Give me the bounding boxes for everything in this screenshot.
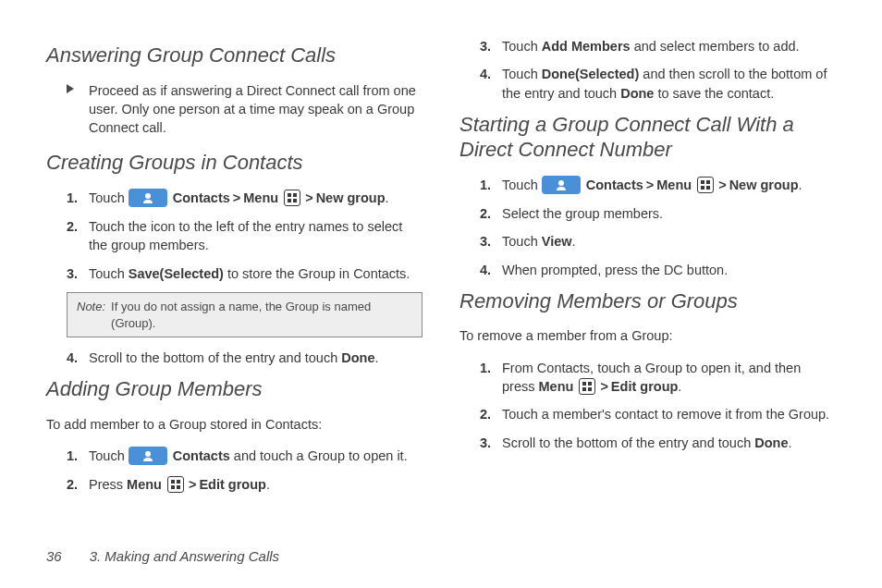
- right-column: Touch Add Members and select members to …: [459, 37, 836, 504]
- contacts-label: Contacts: [169, 190, 230, 205]
- text: .: [386, 190, 389, 205]
- step: Touch View.: [459, 232, 836, 251]
- removing-intro: To remove a member from a Group:: [459, 326, 836, 345]
- newgroup-label: New group: [729, 178, 799, 192]
- creating-groups-steps-cont: Scroll to the bottom of the entry and to…: [46, 349, 423, 367]
- text: .: [789, 435, 792, 450]
- gt: >: [600, 379, 607, 394]
- text: to save the contact.: [654, 86, 774, 101]
- edit-group-label: Edit group: [199, 477, 266, 492]
- step: Touch Add Members and select members to …: [459, 37, 836, 55]
- done-label: Done: [341, 350, 374, 365]
- menu-label: Menu: [243, 190, 278, 205]
- text: Press: [89, 477, 127, 492]
- step: Touch Contacts>Menu >New group.: [459, 176, 836, 195]
- step: Touch Done(Selected) and then scroll to …: [459, 65, 836, 103]
- text: .: [678, 379, 681, 394]
- text: Touch: [89, 448, 129, 463]
- note-box: Note: If you do not assign a name, the G…: [67, 292, 423, 337]
- step: Press Menu >Edit group.: [46, 475, 423, 494]
- step: Touch Contacts>Menu >New group.: [46, 189, 423, 208]
- gt: >: [233, 190, 240, 205]
- step: Scroll to the bottom of the entry and to…: [46, 349, 423, 367]
- heading-adding-members: Adding Group Members: [46, 376, 423, 402]
- text: Touch: [502, 178, 542, 192]
- note-text: If you do not assign a name, the Group i…: [111, 299, 412, 331]
- edit-group-label: Edit group: [611, 379, 679, 394]
- text: Touch: [502, 67, 542, 81]
- gt: >: [189, 477, 196, 492]
- heading-answering: Answering Group Connect Calls: [46, 43, 423, 68]
- step: Touch the icon to the left of the entry …: [46, 217, 423, 255]
- text: to store the Group in Contacts.: [224, 266, 410, 281]
- menu-label: Menu: [539, 379, 574, 394]
- step: Touch Save(Selected) to store the Group …: [46, 264, 423, 283]
- text: Touch: [89, 266, 129, 281]
- chapter-title: 3. Making and Answering Calls: [90, 548, 279, 564]
- text: .: [266, 477, 270, 492]
- done-label: Done: [620, 86, 654, 101]
- left-column: Answering Group Connect Calls Proceed as…: [46, 37, 423, 504]
- text: and select members to add.: [631, 39, 800, 54]
- text: Touch: [502, 234, 542, 249]
- svg-point-0: [145, 193, 151, 199]
- adding-steps-cont: Touch Add Members and select members to …: [459, 37, 836, 103]
- menu-icon: [697, 177, 714, 193]
- save-selected-label: Save(Selected): [129, 266, 224, 281]
- page-number: 36: [46, 548, 62, 564]
- gt: >: [718, 178, 726, 192]
- heading-starting-group-connect: Starting a Group Connect Call With a Dir…: [459, 112, 836, 163]
- note-label: Note:: [77, 299, 105, 331]
- menu-icon: [579, 378, 595, 395]
- adding-intro: To add member to a Group stored in Conta…: [46, 415, 423, 434]
- step: Scroll to the bottom of the entry and to…: [459, 434, 836, 452]
- contacts-icon: [129, 189, 167, 207]
- answering-text: Proceed as if answering a Direct Connect…: [89, 83, 416, 136]
- removing-steps: From Contacts, touch a Group to open it,…: [459, 359, 836, 452]
- starting-steps: Touch Contacts>Menu >New group. Select t…: [459, 176, 836, 279]
- step: Select the group members.: [459, 204, 836, 223]
- contacts-label: Contacts: [582, 178, 643, 192]
- text: Touch: [502, 39, 542, 54]
- view-label: View: [542, 234, 572, 249]
- heading-creating-groups: Creating Groups in Contacts: [46, 150, 423, 176]
- menu-icon: [167, 476, 184, 493]
- adding-steps: Touch Contacts and touch a Group to open…: [46, 447, 423, 494]
- step: Touch Contacts and touch a Group to open…: [46, 447, 423, 466]
- gt: >: [646, 178, 654, 192]
- text: .: [375, 350, 379, 365]
- contacts-label: Contacts: [169, 448, 230, 463]
- done-label: Done: [754, 435, 788, 450]
- text: Scroll to the bottom of the entry and to…: [89, 350, 341, 365]
- answering-list: Proceed as if answering a Direct Connect…: [46, 81, 423, 138]
- page-footer: 36 3. Making and Answering Calls: [46, 548, 279, 564]
- creating-groups-steps: Touch Contacts>Menu >New group. Touch th…: [46, 189, 423, 283]
- svg-point-1: [145, 451, 151, 457]
- menu-label: Menu: [656, 178, 692, 192]
- text: Scroll to the bottom of the entry and to…: [502, 435, 754, 450]
- step: Touch a member's contact to remove it fr…: [459, 405, 836, 423]
- heading-removing: Removing Members or Groups: [459, 288, 836, 314]
- bullet-marker-icon: [67, 84, 74, 93]
- text: .: [572, 234, 576, 249]
- contacts-icon: [542, 176, 581, 194]
- step: From Contacts, touch a Group to open it,…: [459, 359, 836, 397]
- step: When prompted, press the DC button.: [459, 261, 836, 279]
- answering-bullet: Proceed as if answering a Direct Connect…: [46, 81, 423, 138]
- add-members-label: Add Members: [542, 39, 631, 54]
- svg-point-2: [558, 180, 564, 186]
- done-selected-label: Done(Selected): [542, 67, 640, 81]
- contacts-icon: [129, 447, 167, 465]
- gt: >: [305, 190, 312, 205]
- text: .: [799, 178, 802, 192]
- menu-icon: [284, 190, 300, 206]
- newgroup-label: New group: [316, 190, 386, 205]
- text: and touch a Group to open it.: [230, 448, 408, 463]
- menu-label: Menu: [127, 477, 162, 492]
- text: Touch: [89, 190, 129, 205]
- page-columns: Answering Group Connect Calls Proceed as…: [46, 37, 836, 504]
